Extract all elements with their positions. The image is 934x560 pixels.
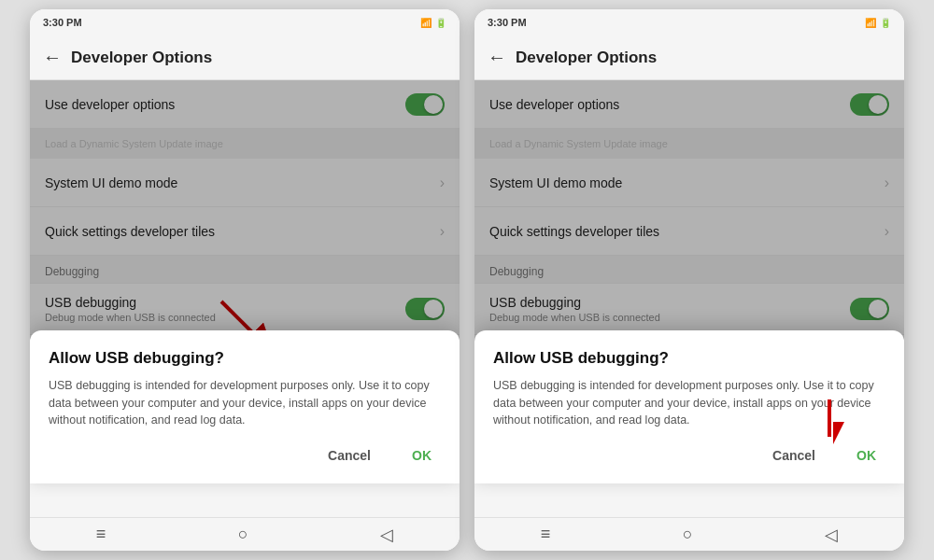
bottom-nav-left: ≡ ○ ◁ — [30, 517, 460, 551]
back-button-right[interactable]: ← — [488, 47, 506, 68]
back-nav-icon-r[interactable]: ◁ — [825, 525, 838, 545]
phone-left: 3:30 PM 📶 🔋 ← Developer Options Use deve… — [30, 9, 460, 551]
dialog-body-right: USB debugging is intended for developmen… — [493, 377, 885, 429]
back-nav-icon[interactable]: ◁ — [380, 525, 393, 545]
dialog-ok-right[interactable]: OK — [847, 442, 885, 469]
home-nav-icon[interactable]: ○ — [238, 525, 248, 544]
dialog-overlay-right: Allow USB debugging? USB debugging is in… — [474, 80, 904, 483]
phone-right: 3:30 PM 📶 🔋 ← Developer Options Use deve… — [474, 9, 904, 551]
page-title-left: Developer Options — [71, 49, 212, 67]
battery-icon-r: 🔋 — [880, 18, 891, 28]
usb-debug-dialog-right: Allow USB debugging? USB debugging is in… — [474, 330, 904, 483]
home-nav-icon-r[interactable]: ○ — [683, 525, 693, 544]
dialog-title-left: Allow USB debugging? — [49, 349, 441, 368]
status-icons-left: 📶 🔋 — [420, 18, 446, 28]
status-icons-right: 📶 🔋 — [865, 18, 891, 28]
signal-icon-r: 📶 — [865, 18, 876, 28]
status-bar-left: 3:30 PM 📶 🔋 — [30, 9, 460, 35]
page-title-right: Developer Options — [516, 49, 657, 67]
usb-debug-dialog-left: Allow USB debugging? USB debugging is in… — [30, 330, 460, 483]
wifi-icon: 🔋 — [435, 18, 446, 28]
dialog-body-left: USB debugging is intended for developmen… — [49, 377, 441, 429]
top-bar-right: ← Developer Options — [474, 35, 904, 80]
status-bar-right: 3:30 PM 📶 🔋 — [474, 9, 904, 35]
status-time-right: 3:30 PM — [488, 17, 527, 28]
settings-content-right: Use developer options Load a Dynamic Sys… — [474, 80, 904, 517]
status-time-left: 3:30 PM — [43, 17, 82, 28]
back-button-left[interactable]: ← — [43, 47, 62, 68]
top-bar-left: ← Developer Options — [30, 35, 460, 80]
dialog-buttons-left: Cancel OK — [49, 442, 441, 469]
menu-nav-icon[interactable]: ≡ — [96, 525, 106, 544]
dialog-cancel-left[interactable]: Cancel — [318, 442, 380, 469]
dialog-title-right: Allow USB debugging? — [493, 349, 885, 368]
dialog-overlay-left: Allow USB debugging? USB debugging is in… — [30, 80, 460, 483]
dialog-ok-left[interactable]: OK — [403, 442, 441, 469]
dialog-cancel-right[interactable]: Cancel — [763, 442, 825, 469]
menu-nav-icon-r[interactable]: ≡ — [541, 525, 551, 544]
signal-icon: 📶 — [420, 18, 432, 28]
settings-content-left: Use developer options Load a Dynamic Sys… — [30, 80, 460, 517]
bottom-nav-right: ≡ ○ ◁ — [474, 517, 904, 551]
dialog-buttons-right: Cancel OK — [493, 442, 885, 469]
